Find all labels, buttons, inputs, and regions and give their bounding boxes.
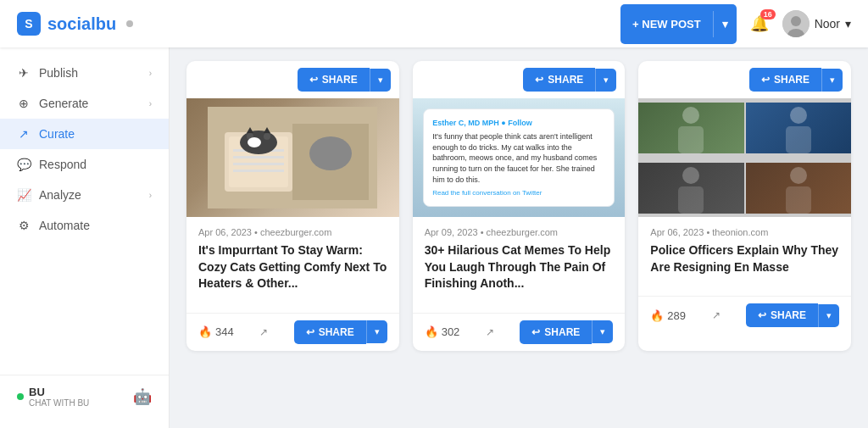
svg-point-1 <box>791 16 801 26</box>
card-1-footer: 🔥 344 ↗ ↩ SHARE ▾ <box>186 313 399 351</box>
share-icon: ↩ <box>309 74 318 86</box>
fire-icon: 🔥 <box>650 309 664 322</box>
header-right: + NEW POST ▾ 🔔 16 Noor ▾ <box>620 4 851 44</box>
svg-point-12 <box>264 133 270 140</box>
card-2-top-share-button[interactable]: ↩ SHARE <box>523 68 595 92</box>
card-3-meta: Apr 06, 2023 • theonion.com <box>650 227 839 237</box>
card-1-image <box>186 98 399 217</box>
card-1-share-dropdown-button[interactable]: ▾ <box>366 320 387 343</box>
card-3-image <box>638 98 851 217</box>
user-name: Noor <box>815 17 840 31</box>
external-link-icon[interactable]: ↗ <box>259 326 268 338</box>
user-menu-button[interactable]: Noor ▾ <box>782 10 851 37</box>
user-chevron-icon: ▾ <box>845 17 851 31</box>
logo-icon: S <box>17 12 41 36</box>
card-3-share-dropdown-button[interactable]: ▾ <box>818 304 839 327</box>
list-item: ↩ SHARE ▾ Esther C, MD MPH ● Follow It's… <box>413 61 626 351</box>
notification-badge: 16 <box>760 9 776 19</box>
card-2-top-share-bar: ↩ SHARE ▾ <box>413 61 626 98</box>
svg-rect-7 <box>233 156 284 158</box>
respond-icon: 💬 <box>17 158 31 171</box>
card-1-score: 344 <box>215 325 234 338</box>
logo-text: socialbu <box>47 14 116 34</box>
share-icon: ↩ <box>306 326 314 338</box>
svg-rect-9 <box>233 170 284 172</box>
card-1-meta: Apr 06, 2023 • cheezburger.com <box>198 227 387 237</box>
card-1-top-share-dropdown[interactable]: ▾ <box>370 69 391 92</box>
fire-icon: 🔥 <box>425 325 438 338</box>
card-2-title: 30+ Hilarious Cat Memes To Help You Laug… <box>425 242 614 292</box>
generate-chevron-icon: › <box>149 99 152 108</box>
card-1-top-share-bar: ↩ SHARE ▾ <box>186 61 399 98</box>
card-1-share-actions: ↩ SHARE ▾ <box>294 320 387 344</box>
notifications-button[interactable]: 🔔 16 <box>747 11 772 36</box>
bu-indicator: BU CHAT WITH BU <box>17 386 89 408</box>
card-3-score: 289 <box>667 309 686 322</box>
card-3-share-button[interactable]: ↩ SHARE <box>746 303 818 327</box>
svg-rect-21 <box>786 126 811 153</box>
svg-rect-23 <box>678 186 704 214</box>
header: S socialbu + NEW POST ▾ 🔔 16 Noor ▾ <box>0 0 868 47</box>
tweet-author: Esther C, MD MPH ● Follow <box>432 118 605 129</box>
card-3-title: Police Officers Explain Why They Are Res… <box>650 242 839 275</box>
card-2-share-button[interactable]: ↩ SHARE <box>520 320 592 344</box>
automate-icon: ⚙ <box>17 219 31 232</box>
card-3-stats: 🔥 289 <box>650 309 686 322</box>
card-3-top-share-dropdown[interactable]: ▾ <box>821 69 843 92</box>
svg-point-24 <box>790 167 807 184</box>
sidebar-item-publish[interactable]: ✈ Publish › <box>0 58 169 88</box>
external-link-icon[interactable]: ↗ <box>712 309 721 321</box>
main-content: ↩ SHARE ▾ <box>170 47 868 428</box>
card-2-share-dropdown-button[interactable]: ▾ <box>592 320 613 343</box>
card-2-top-share-dropdown[interactable]: ▾ <box>595 69 616 92</box>
sidebar: ✈ Publish › ⊕ Generate › ↗ Curate <box>0 47 170 428</box>
svg-point-18 <box>682 107 699 124</box>
card-2-score: 302 <box>442 325 460 338</box>
sidebar-item-automate[interactable]: ⚙ Automate <box>0 210 169 241</box>
card-1-title: It's Impurrtant To Stay Warm: Cozy Cats … <box>198 242 387 292</box>
card-2-content: Apr 09, 2023 • cheezburger.com 30+ Hilar… <box>413 217 626 313</box>
publish-icon: ✈ <box>17 66 31 80</box>
curate-icon: ↗ <box>17 127 31 141</box>
photo-cell-bottom-left <box>638 163 743 214</box>
external-link-icon[interactable]: ↗ <box>486 326 494 338</box>
card-3-top-share-button[interactable]: ↩ SHARE <box>749 68 821 92</box>
publish-chevron-icon: › <box>149 69 152 78</box>
sidebar-item-analyze[interactable]: 📈 Analyze › <box>0 180 169 210</box>
bu-chat-label: CHAT WITH BU <box>29 398 89 408</box>
sidebar-item-respond[interactable]: 💬 Respond <box>0 149 169 180</box>
card-2-share-actions: ↩ SHARE ▾ <box>520 320 613 344</box>
fire-icon: 🔥 <box>198 325 212 338</box>
card-3-top-share-bar: ↩ SHARE ▾ <box>638 61 851 98</box>
new-post-dropdown-icon[interactable]: ▾ <box>713 11 737 37</box>
card-3-share-actions: ↩ SHARE ▾ <box>746 303 839 327</box>
logo-dot <box>126 20 133 27</box>
svg-rect-19 <box>678 126 704 153</box>
photo-cell-top-right <box>746 103 851 153</box>
bu-status-dot <box>17 393 24 400</box>
photo-cell-top-left <box>638 103 743 153</box>
tweet-link: Read the full conversation on Twitter <box>432 188 605 197</box>
svg-rect-25 <box>786 186 811 214</box>
sidebar-item-generate[interactable]: ⊕ Generate › <box>0 88 169 119</box>
card-1-top-share-button[interactable]: ↩ SHARE <box>298 68 370 92</box>
share-icon: ↩ <box>531 326 540 338</box>
tweet-preview: Esther C, MD MPH ● Follow It's funny tha… <box>423 108 615 208</box>
avatar <box>782 10 810 37</box>
sidebar-item-respond-label: Respond <box>39 158 86 171</box>
sidebar-item-curate[interactable]: ↗ Curate <box>0 119 169 149</box>
sidebar-item-analyze-label: Analyze <box>39 188 81 202</box>
new-post-button[interactable]: + NEW POST ▾ <box>620 4 737 44</box>
card-1-content: Apr 06, 2023 • cheezburger.com It's Impu… <box>186 217 399 313</box>
card-2-meta: Apr 09, 2023 • cheezburger.com <box>425 227 614 237</box>
card-2-stats: 🔥 302 <box>425 325 460 338</box>
analyze-chevron-icon: › <box>149 191 152 200</box>
svg-point-22 <box>682 167 699 184</box>
share-icon: ↩ <box>761 74 770 86</box>
card-1-share-button[interactable]: ↩ SHARE <box>294 320 366 344</box>
bu-robot-icon[interactable]: 🤖 <box>133 387 152 406</box>
card-1-stats: 🔥 344 <box>198 325 234 338</box>
analyze-icon: 📈 <box>17 188 31 202</box>
svg-point-17 <box>309 136 352 170</box>
card-3-content: Apr 06, 2023 • theonion.com Police Offic… <box>638 217 851 296</box>
